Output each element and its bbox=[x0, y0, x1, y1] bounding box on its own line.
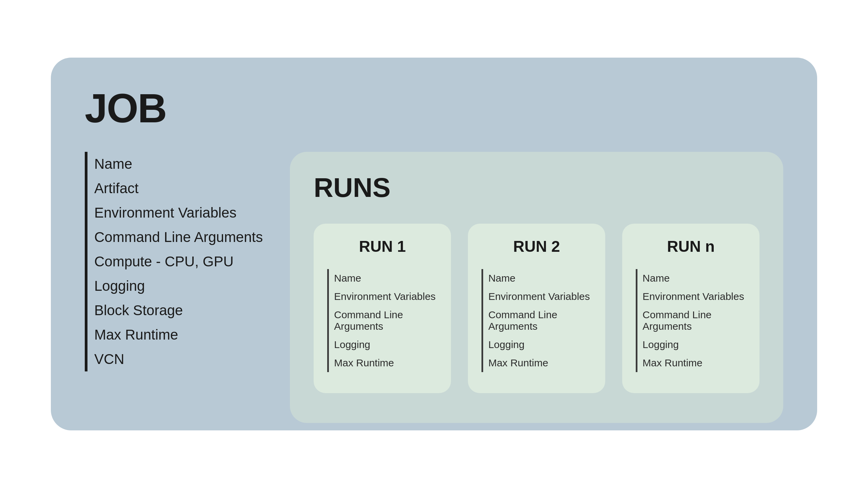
run-attr-item: Max Runtime bbox=[488, 354, 592, 372]
run-attr-item: Logging bbox=[643, 336, 746, 354]
run-title-3: RUN n bbox=[636, 237, 746, 256]
job-attr-item: Command Line Arguments bbox=[94, 225, 263, 249]
run-card-3: RUN nNameEnvironment VariablesCommand Li… bbox=[622, 224, 760, 393]
runs-grid: RUN 1NameEnvironment VariablesCommand Li… bbox=[314, 224, 760, 393]
run-title-2: RUN 2 bbox=[481, 237, 592, 256]
run-attributes-2: NameEnvironment VariablesCommand Line Ar… bbox=[481, 269, 592, 372]
job-attr-item: Name bbox=[94, 152, 263, 176]
run-attributes-3: NameEnvironment VariablesCommand Line Ar… bbox=[636, 269, 746, 372]
run-attr-item: Max Runtime bbox=[643, 354, 746, 372]
run-card-1: RUN 1NameEnvironment VariablesCommand Li… bbox=[314, 224, 451, 393]
run-card-2: RUN 2NameEnvironment VariablesCommand Li… bbox=[468, 224, 605, 393]
job-attributes-list: NameArtifactEnvironment VariablesCommand… bbox=[85, 152, 263, 371]
run-attr-item: Command Line Arguments bbox=[488, 306, 592, 336]
run-attr-item: Name bbox=[334, 269, 437, 287]
run-attr-item: Command Line Arguments bbox=[334, 306, 437, 336]
job-attr-item: Logging bbox=[94, 274, 263, 298]
job-attr-item: Max Runtime bbox=[94, 323, 263, 347]
job-title: JOB bbox=[85, 85, 783, 131]
job-container: JOB NameArtifactEnvironment VariablesCom… bbox=[51, 58, 817, 430]
run-attributes-1: NameEnvironment VariablesCommand Line Ar… bbox=[327, 269, 437, 372]
job-attr-item: VCN bbox=[94, 347, 263, 371]
job-content: NameArtifactEnvironment VariablesCommand… bbox=[85, 152, 783, 423]
run-title-1: RUN 1 bbox=[327, 237, 437, 256]
job-attr-item: Block Storage bbox=[94, 298, 263, 323]
run-attr-item: Logging bbox=[334, 336, 437, 354]
run-attr-item: Environment Variables bbox=[643, 287, 746, 306]
run-attr-item: Command Line Arguments bbox=[643, 306, 746, 336]
run-attr-item: Logging bbox=[488, 336, 592, 354]
run-attr-item: Environment Variables bbox=[334, 287, 437, 306]
job-attr-item: Compute - CPU, GPU bbox=[94, 249, 263, 274]
runs-container: RUNS RUN 1NameEnvironment VariablesComma… bbox=[290, 152, 783, 423]
run-attr-item: Name bbox=[643, 269, 746, 287]
run-attr-item: Name bbox=[488, 269, 592, 287]
run-attr-item: Environment Variables bbox=[488, 287, 592, 306]
job-attr-item: Environment Variables bbox=[94, 201, 263, 225]
job-attr-item: Artifact bbox=[94, 176, 263, 201]
run-attr-item: Max Runtime bbox=[334, 354, 437, 372]
runs-title: RUNS bbox=[314, 172, 760, 203]
